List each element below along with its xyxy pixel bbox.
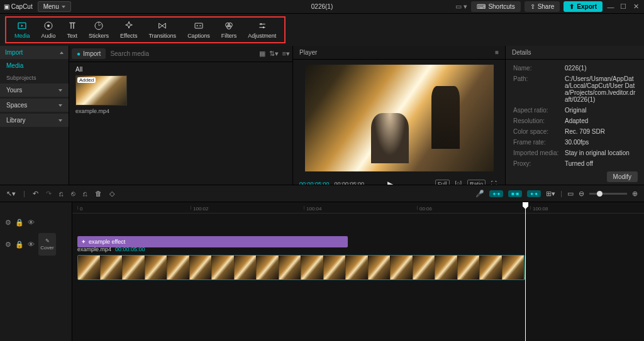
tab-all[interactable]: All: [75, 66, 286, 73]
time-ruler[interactable]: 0100:02100:0400:06100:08: [72, 202, 644, 214]
sidebar-item-media[interactable]: Media: [0, 59, 69, 72]
details-panel: Details Name:0226(1)Path:C:/Users/Usman/…: [506, 46, 644, 185]
pill-2[interactable]: ■·■: [508, 190, 522, 197]
eye-icon[interactable]: 👁: [28, 219, 35, 226]
tool-effects[interactable]: Effects: [114, 19, 143, 41]
video-clip[interactable]: [77, 255, 525, 280]
tool-audio[interactable]: Audio: [36, 19, 62, 41]
fx-icon: ⚙: [5, 241, 11, 249]
svg-point-9: [262, 26, 264, 28]
svg-point-2: [47, 24, 50, 27]
marker-icon[interactable]: ◇: [109, 190, 114, 198]
player-title: Player: [299, 49, 317, 56]
zoom-in-icon[interactable]: ⊕: [632, 190, 638, 198]
player-panel: Player≡ 00:00:05:00 00:00:05:00 ▶ Full […: [292, 46, 506, 185]
lock-icon[interactable]: 🔒: [15, 241, 24, 249]
main-toolbar: Media Audio Text Stickers Effects Transi…: [0, 14, 644, 46]
filter-icon[interactable]: ≡▾: [282, 50, 290, 58]
minimize-icon[interactable]: —: [606, 3, 615, 11]
zoom-slider[interactable]: [589, 193, 627, 195]
tool-captions[interactable]: Captions: [182, 19, 216, 41]
cover-button[interactable]: ✎Cover: [38, 233, 56, 256]
split-right-icon[interactable]: ⎌: [83, 190, 87, 197]
eye-icon[interactable]: 👁: [28, 241, 35, 248]
detail-row: Imported media:Stay in original location: [513, 149, 636, 156]
mic-icon[interactable]: 🎤: [475, 190, 484, 198]
tool-media[interactable]: Media: [9, 19, 36, 41]
delete-icon[interactable]: 🗑: [95, 190, 102, 197]
player-menu-icon[interactable]: ≡: [495, 49, 499, 56]
sidebar-item-spaces[interactable]: Spaces: [0, 99, 69, 112]
tool-adjustment[interactable]: Adjustment: [242, 19, 282, 41]
share-button[interactable]: ⇪ Share: [525, 1, 560, 12]
titlebar: ▣ CapCut Menu 0226(1) ▭ ▾ ⌨ Shortcuts ⇪ …: [0, 0, 644, 14]
preview-icon[interactable]: ▭: [567, 190, 574, 198]
detail-row: Resolution:Adapted: [513, 117, 636, 124]
detail-row: Aspect ratio:Original: [513, 107, 636, 114]
playhead[interactable]: [525, 202, 526, 341]
layout-icon[interactable]: ▭ ▾: [455, 3, 467, 11]
sidebar-item-library[interactable]: Library: [0, 114, 69, 127]
grid-view-icon[interactable]: ▦: [259, 50, 265, 58]
track-opts-icon[interactable]: ⊞▾: [546, 190, 555, 198]
fx-clip-icon: ✦: [81, 239, 86, 245]
sidebar-item-yours[interactable]: Yours: [0, 84, 69, 97]
redo-icon[interactable]: ↷: [46, 190, 52, 198]
import-button[interactable]: ●Import: [72, 48, 106, 59]
detail-row: Color space:Rec. 709 SDR: [513, 128, 636, 135]
clip-label: example.mp400:00:05:00: [77, 246, 145, 252]
lock-icon[interactable]: 🔒: [15, 219, 24, 227]
video-preview[interactable]: [305, 65, 494, 171]
media-panel: ●Import ▦ ⇅▾ ≡▾ All Added example.mp4: [69, 46, 292, 185]
split-left-icon[interactable]: ⎋: [71, 190, 75, 197]
svg-point-8: [260, 23, 262, 25]
pointer-icon[interactable]: ↖▾: [6, 190, 16, 198]
sort-icon[interactable]: ⇅▾: [269, 50, 279, 58]
menu-button[interactable]: Menu: [38, 1, 71, 12]
detail-row: Frame rate:30.00fps: [513, 139, 636, 146]
timeline: ⚙ 🔒 👁 ⚙ 🔒 👁 ✎Cover 0100:02100:0400:06100…: [0, 202, 644, 341]
added-badge: Added: [77, 77, 96, 83]
clip-name: example.mp4: [75, 108, 127, 114]
fx-icon: ⚙: [5, 219, 11, 227]
video-track-header[interactable]: ⚙ 🔒 👁 ✎Cover: [0, 230, 72, 259]
timeline-toolbar: ↖▾ | ↶ ↷ ⎌ ⎋ ⎌ 🗑 ◇ 🎤 ●·● ■·■ ●·● ⊞▾ | ▭ …: [0, 185, 644, 202]
app-logo: ▣ CapCut: [4, 3, 33, 10]
split-icon[interactable]: ⎌: [59, 190, 64, 197]
effect-track-header[interactable]: ⚙ 🔒 👁: [0, 215, 72, 230]
tool-filters[interactable]: Filters: [216, 19, 243, 41]
pill-1[interactable]: ●·●: [489, 190, 503, 197]
close-icon[interactable]: ✕: [631, 3, 640, 11]
detail-row: Proxy:Turned off: [513, 160, 636, 167]
pill-3[interactable]: ●·●: [527, 190, 541, 197]
svg-rect-4: [195, 23, 203, 28]
detail-row: Name:0226(1): [513, 65, 636, 72]
detail-row: Path:C:/Users/Usman/AppData/Local/CapCut…: [513, 75, 636, 103]
details-title: Details: [512, 49, 531, 56]
search-input[interactable]: [108, 48, 256, 59]
sidebar-item-subprojects[interactable]: Subprojects: [0, 72, 69, 84]
sidebar: Import Media Subprojects Yours Spaces Li…: [0, 46, 69, 185]
export-button[interactable]: ⬆ Export: [564, 1, 602, 12]
sidebar-import[interactable]: Import: [0, 46, 69, 59]
tool-text[interactable]: Text: [62, 19, 84, 41]
tool-stickers[interactable]: Stickers: [83, 19, 114, 41]
media-clip[interactable]: Added example.mp4: [75, 75, 127, 114]
shortcuts-button[interactable]: ⌨ Shortcuts: [471, 1, 520, 12]
tool-transitions[interactable]: Transitions: [143, 19, 182, 41]
project-title: 0226(1): [311, 3, 333, 10]
modify-button[interactable]: Modify: [607, 171, 638, 182]
zoom-out-icon[interactable]: ⊖: [579, 190, 584, 198]
maximize-icon[interactable]: ☐: [619, 3, 628, 11]
undo-icon[interactable]: ↶: [33, 190, 38, 198]
